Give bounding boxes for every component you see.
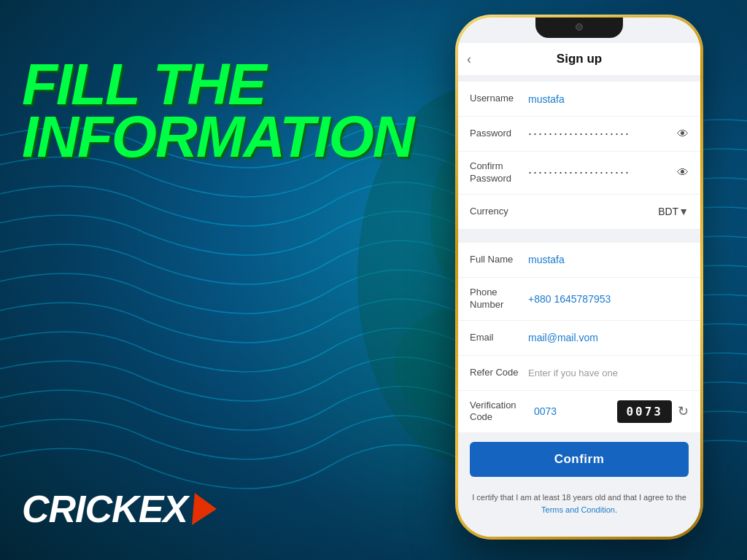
terms-prefix: I certify that I am at least 18 years ol… xyxy=(472,493,686,502)
refresh-captcha-icon[interactable]: ↻ xyxy=(678,403,689,419)
phone-notch xyxy=(535,18,623,38)
form-row-currency: Currency BDT ▼ xyxy=(458,195,700,230)
email-label: Email xyxy=(470,332,528,344)
terms-text: I certify that I am at least 18 years ol… xyxy=(458,486,700,530)
confirm-password-eye-icon[interactable]: 👁 xyxy=(677,166,689,179)
fullname-value[interactable]: mustafa xyxy=(528,254,689,265)
confirm-password-value[interactable]: ···················· xyxy=(528,165,677,180)
form-row-email: Email mail@mail.vom xyxy=(458,321,700,356)
form-row-refer-code: Refer Code Enter if you have one xyxy=(458,356,700,391)
form-row-phone: Phone Number +880 1645787953 xyxy=(458,278,700,321)
form-section-1: Username mustafa Password ··············… xyxy=(458,82,700,230)
refer-code-label: Refer Code xyxy=(470,367,528,379)
form-row-verification: Verification Code 0073 0073 ↻ xyxy=(458,391,700,434)
form-row-username: Username mustafa xyxy=(458,82,700,117)
verification-label: Verification Code xyxy=(470,400,528,424)
refer-code-value[interactable]: Enter if you have one xyxy=(528,368,689,378)
headline: FILL THE INFORMATION xyxy=(22,58,328,163)
form-section-2: Full Name mustafa Phone Number +880 1645… xyxy=(458,243,700,434)
screen-header: ‹ Sign up xyxy=(458,43,700,76)
currency-value[interactable]: BDT xyxy=(528,206,678,217)
form-row-fullname: Full Name mustafa xyxy=(458,243,700,278)
phone-label: Phone Number xyxy=(470,287,528,311)
fullname-label: Full Name xyxy=(470,254,528,266)
terms-suffix: . xyxy=(615,505,617,514)
screen-title: Sign up xyxy=(557,52,602,66)
currency-dropdown-icon[interactable]: ▼ xyxy=(678,206,689,217)
crickex-logo: CRICKEX xyxy=(22,487,217,531)
terms-link[interactable]: Terms and Condition xyxy=(541,505,615,514)
left-content: FILL THE INFORMATION xyxy=(22,58,328,163)
section-gap-1 xyxy=(458,230,700,237)
headline-line2: INFORMATION xyxy=(22,104,413,169)
username-value[interactable]: mustafa xyxy=(528,93,689,105)
back-button[interactable]: ‹ xyxy=(467,52,471,67)
phone-value[interactable]: +880 1645787953 xyxy=(528,293,689,305)
phone-camera xyxy=(576,23,583,31)
password-value[interactable]: ···················· xyxy=(528,126,677,141)
confirm-button[interactable]: Confirm xyxy=(470,442,689,477)
confirm-password-label: Confirm Password xyxy=(470,160,528,185)
crickex-text: CRICKEX xyxy=(22,487,187,531)
password-label: Password xyxy=(470,128,528,140)
password-eye-icon[interactable]: 👁 xyxy=(677,128,689,141)
email-value[interactable]: mail@mail.vom xyxy=(528,332,689,343)
verification-input-value[interactable]: 0073 xyxy=(534,405,611,417)
captcha-display: 0073 xyxy=(617,400,672,423)
phone-outer-frame: ‹ Sign up Username mustafa Password ····… xyxy=(455,15,703,540)
currency-label: Currency xyxy=(470,206,528,218)
crickex-arrow-icon xyxy=(192,493,218,525)
phone-mockup: ‹ Sign up Username mustafa Password ····… xyxy=(455,15,703,540)
form-row-password: Password ···················· 👁 xyxy=(458,117,700,152)
form-row-confirm-password: Confirm Password ···················· 👁 xyxy=(458,152,700,195)
username-label: Username xyxy=(470,93,528,105)
phone-screen: ‹ Sign up Username mustafa Password ····… xyxy=(458,18,700,537)
phone-inner-frame: ‹ Sign up Username mustafa Password ····… xyxy=(458,18,700,537)
